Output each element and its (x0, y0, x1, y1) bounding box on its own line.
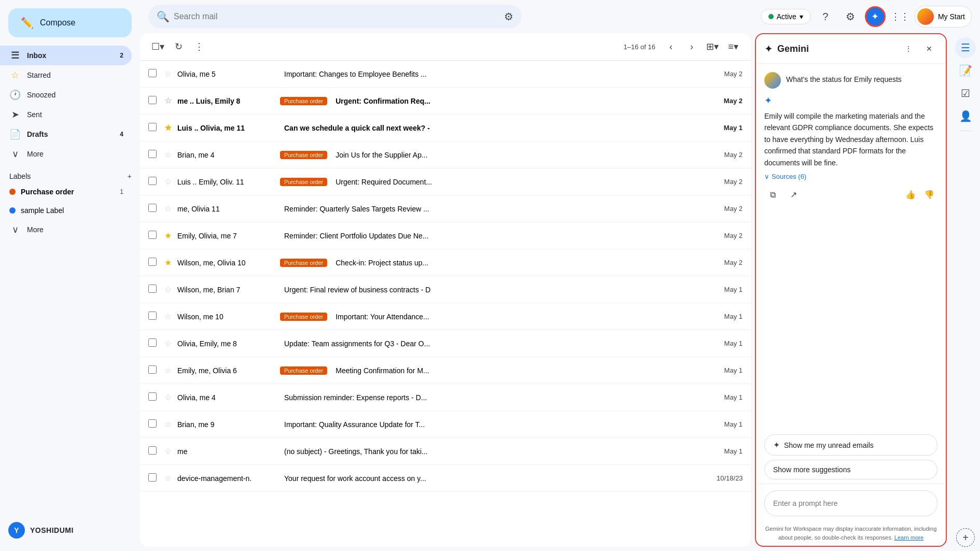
next-page-button[interactable]: › (682, 37, 701, 56)
help-button[interactable]: ? (815, 6, 836, 27)
strip-contacts-button[interactable]: 👤 (955, 106, 976, 126)
star-button[interactable]: ☆ (163, 177, 173, 187)
row-checkbox[interactable] (148, 123, 157, 131)
search-bar[interactable]: 🔍 ⚙ (148, 5, 522, 29)
star-button[interactable]: ☆ (163, 473, 173, 483)
compose-button[interactable]: ✏️ Compose (8, 8, 132, 37)
table-row[interactable]: ☆ me (no subject) - Greetings, Thank you… (140, 438, 751, 465)
show-more-suggestions-button[interactable]: Show more suggestions (764, 460, 937, 479)
row-checkbox[interactable] (148, 177, 157, 185)
nav-item-snoozed[interactable]: 🕐 Snoozed (0, 85, 132, 105)
share-button[interactable]: ↗ (785, 187, 802, 203)
apps-button[interactable]: ⋮⋮ (890, 6, 911, 27)
table-row[interactable]: ☆ device-management-n. Your request for … (140, 465, 751, 492)
star-button[interactable]: ★ (163, 258, 173, 267)
star-button[interactable]: ☆ (163, 419, 173, 429)
row-checkbox[interactable] (148, 419, 157, 428)
thumbs-up-button[interactable]: 👍 (902, 187, 919, 203)
density-button[interactable]: ≡▾ (724, 37, 743, 56)
active-status-button[interactable]: Active ▾ (761, 9, 811, 24)
row-checkbox[interactable] (148, 96, 157, 104)
nav-item-sent[interactable]: ➤ Sent (0, 105, 132, 124)
table-row[interactable]: ☆ Brian, me 9 Important: Quality Assuran… (140, 411, 751, 438)
star-button[interactable]: ☆ (163, 312, 173, 321)
row-checkbox[interactable] (148, 204, 157, 212)
select-all-button[interactable]: ☐▾ (148, 37, 167, 56)
star-button[interactable]: ★ (163, 231, 173, 241)
more-options-button[interactable]: ⋮ (190, 37, 208, 56)
strip-notes-button[interactable]: 📝 (955, 60, 976, 81)
my-start-button[interactable]: My Start (915, 6, 972, 27)
refresh-button[interactable]: ↻ (169, 37, 188, 56)
settings-button[interactable]: ⚙ (840, 6, 861, 27)
nav-item-more[interactable]: ∨ More (0, 144, 132, 164)
star-button[interactable]: ☆ (163, 204, 173, 214)
nav-item-drafts[interactable]: 📄 Drafts 4 (0, 124, 132, 144)
nav-item-starred[interactable]: ☆ Starred (0, 65, 132, 85)
copy-button[interactable]: ⧉ (764, 187, 781, 203)
star-button[interactable]: ★ (163, 123, 173, 133)
row-checkbox[interactable] (148, 392, 157, 401)
row-checkbox[interactable] (148, 150, 157, 158)
row-checkbox[interactable] (148, 446, 157, 455)
show-more-suggestions-label: Show more suggestions (773, 465, 850, 474)
table-row[interactable]: ☆ Olivia, me 5 Important: Changes to Emp… (140, 61, 751, 88)
table-row[interactable]: ☆ Olivia, Emily, me 8 Update: Team assig… (140, 330, 751, 357)
row-checkbox[interactable] (148, 312, 157, 320)
nav-item-labels-more[interactable]: ∨ More (0, 220, 132, 239)
strip-tasks-button[interactable]: ☑ (955, 83, 976, 104)
thumbs-down-button[interactable]: 👎 (921, 187, 937, 203)
table-row[interactable]: ☆ Luis .. Emily, Oliv. 11 Purchase order… (140, 168, 751, 195)
row-checkbox[interactable] (148, 473, 157, 482)
table-row[interactable]: ★ Luis .. Olivia, me 11 Can we schedule … (140, 115, 751, 142)
email-tag: Purchase order (280, 97, 327, 105)
table-row[interactable]: ☆ me, Olivia 11 Reminder: Quarterly Sale… (140, 195, 751, 222)
prev-page-button[interactable]: ‹ (662, 37, 680, 56)
table-row[interactable]: ☆ Wilson, me 10 Purchase order Important… (140, 303, 751, 330)
star-button[interactable]: ☆ (163, 69, 173, 79)
star-button[interactable]: ☆ (163, 392, 173, 402)
row-checkbox[interactable] (148, 365, 157, 374)
gemini-button[interactable]: ✦ (865, 6, 886, 27)
nav-item-inbox[interactable]: ☰ Inbox 2 (0, 46, 132, 65)
filter-icon[interactable]: ⚙ (504, 10, 513, 23)
star-button[interactable]: ☆ (163, 96, 173, 106)
yoshidumi-text: YOSHIDUMI (30, 526, 74, 534)
chevron-down-icon-2: ∨ (9, 224, 21, 235)
row-checkbox[interactable] (148, 69, 157, 77)
row-checkbox[interactable] (148, 258, 157, 266)
star-button[interactable]: ☆ (163, 365, 173, 375)
table-row[interactable]: ☆ Wilson, me, Brian 7 Urgent: Final revi… (140, 276, 751, 303)
row-checkbox[interactable] (148, 231, 157, 239)
table-row[interactable]: ☆ Emily, me, Olivia 6 Purchase order Mee… (140, 357, 751, 384)
table-row[interactable]: ★ Emily, Olivia, me 7 Reminder: Client P… (140, 222, 751, 249)
table-row[interactable]: ★ Wilson, me, Olivia 10 Purchase order C… (140, 249, 751, 276)
row-checkbox[interactable] (148, 285, 157, 293)
purchase-order-count: 1 (120, 188, 123, 195)
star-button[interactable]: ☆ (163, 338, 173, 348)
email-date: May 1 (717, 124, 743, 132)
learn-more-link[interactable]: Learn more (894, 534, 923, 541)
table-row[interactable]: ☆ me .. Luis, Emily 8 Purchase order Urg… (140, 88, 751, 115)
gemini-more-button[interactable]: ⋮ (900, 40, 917, 57)
gemini-prompt-input[interactable] (764, 490, 937, 516)
star-button[interactable]: ☆ (163, 285, 173, 294)
star-button[interactable]: ☆ (163, 150, 173, 160)
strip-add-button[interactable]: + (956, 528, 975, 547)
star-button[interactable]: ☆ (163, 446, 173, 456)
view-toggle-button[interactable]: ⊞▾ (703, 37, 722, 56)
add-label-icon[interactable]: + (128, 172, 132, 180)
email-subject: Join Us for the Supplier Ap... (335, 151, 708, 159)
inbox-icon: ☰ (9, 50, 21, 61)
gemini-close-button[interactable]: ✕ (921, 40, 937, 57)
label-item-sample[interactable]: sample Label (0, 201, 132, 220)
row-checkbox[interactable] (148, 338, 157, 347)
table-row[interactable]: ☆ Brian, me 4 Purchase order Join Us for… (140, 142, 751, 168)
show-unread-button[interactable]: ✦ Show me my unread emails (764, 434, 937, 456)
label-item-purchase-order[interactable]: Purchase order 1 (0, 182, 132, 201)
search-input[interactable] (174, 12, 496, 21)
table-row[interactable]: ☆ Olivia, me 4 Submission reminder: Expe… (140, 384, 751, 411)
sources-link[interactable]: ∨ Sources (6) (764, 173, 937, 180)
strip-calendar-button[interactable]: ☰ (955, 37, 976, 58)
sidebar: ✏️ Compose ☰ Inbox 2 ☆ Starred 🕐 Snoozed… (0, 0, 140, 551)
